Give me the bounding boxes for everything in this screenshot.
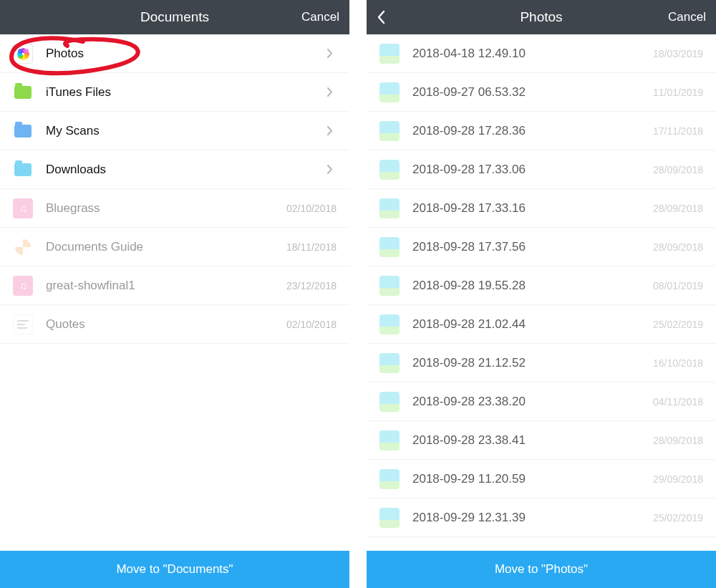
folder-list: PhotosiTunes FilesMy ScansDownloads♫Blue… bbox=[0, 34, 349, 551]
list-item-date: 02/10/2018 bbox=[286, 319, 337, 330]
image-thumbnail-icon bbox=[379, 198, 400, 218]
list-item-label: 2018-09-28 17.37.56 bbox=[412, 240, 653, 254]
list-item-label: 2018-09-28 17.33.06 bbox=[412, 163, 653, 177]
chevron-right-icon bbox=[326, 48, 337, 59]
header: Photos Cancel bbox=[367, 0, 716, 34]
list-item-label: 2018-04-18 12.49.10 bbox=[412, 47, 653, 61]
list-item: 2018-09-28 17.33.1628/09/2018 bbox=[367, 189, 716, 228]
list-item: 2018-09-28 17.28.3617/11/2018 bbox=[367, 112, 716, 150]
list-item-date: 11/01/2019 bbox=[653, 87, 703, 98]
back-button[interactable] bbox=[377, 10, 400, 24]
list-item: 2018-09-28 21.12.5216/10/2018 bbox=[367, 344, 716, 382]
list-item-label: Quotes bbox=[46, 317, 286, 332]
list-item-label: great-showfinal1 bbox=[46, 279, 286, 293]
image-thumbnail-icon bbox=[379, 276, 400, 296]
list-item-date: 18/03/2019 bbox=[653, 48, 703, 59]
photos-app-icon bbox=[13, 44, 33, 64]
page-title: Photos bbox=[520, 9, 562, 25]
music-icon: ♫ bbox=[13, 198, 33, 218]
image-thumbnail-icon bbox=[379, 392, 400, 412]
music-icon: ♫ bbox=[13, 276, 33, 296]
list-item: 2018-09-29 12.31.3925/02/2019 bbox=[367, 498, 716, 537]
image-thumbnail-icon bbox=[379, 82, 400, 102]
list-item-label: 2018-09-29 12.31.39 bbox=[412, 511, 653, 525]
image-thumbnail-icon bbox=[379, 237, 400, 257]
list-item[interactable]: My Scans bbox=[0, 112, 349, 150]
image-thumbnail-icon bbox=[379, 353, 400, 373]
list-item-date: 29/09/2018 bbox=[653, 473, 703, 485]
list-item-label: 2018-09-28 23.38.41 bbox=[412, 433, 653, 448]
image-thumbnail-icon bbox=[379, 121, 400, 141]
list-item: 2018-09-28 23.38.4128/09/2018 bbox=[367, 421, 716, 460]
list-item-date: 18/11/2018 bbox=[286, 241, 337, 253]
chevron-left-icon bbox=[377, 10, 385, 24]
screen-documents: Documents Cancel PhotosiTunes FilesMy Sc… bbox=[0, 0, 349, 588]
list-item-date: 23/12/2018 bbox=[286, 280, 337, 291]
image-thumbnail-icon bbox=[379, 469, 400, 489]
list-item-date: 04/11/2018 bbox=[653, 396, 703, 408]
image-thumbnail-icon bbox=[379, 44, 400, 64]
folder-icon bbox=[13, 160, 33, 180]
list-item-label: Bluegrass bbox=[46, 201, 286, 216]
list-item-date: 28/09/2018 bbox=[653, 435, 703, 446]
list-item: Documents Guide18/11/2018 bbox=[0, 228, 349, 266]
list-item: 2018-09-28 23.38.2004/11/2018 bbox=[367, 382, 716, 421]
list-item-date: 16/10/2018 bbox=[653, 357, 703, 369]
chevron-right-icon bbox=[326, 125, 337, 136]
list-item-date: 25/02/2019 bbox=[653, 512, 703, 524]
list-item-date: 17/11/2018 bbox=[653, 125, 703, 137]
list-item-label: iTunes Files bbox=[46, 85, 321, 100]
list-item: 2018-09-29 11.20.5929/09/2018 bbox=[367, 460, 716, 498]
list-item-date: 25/02/2019 bbox=[653, 319, 703, 330]
list-item: 2018-09-27 06.53.3211/01/2019 bbox=[367, 73, 716, 112]
header: Documents Cancel bbox=[0, 0, 349, 34]
list-item-label: 2018-09-28 21.02.44 bbox=[412, 317, 653, 332]
screen-photos: Photos Cancel 2018-04-18 12.49.1018/03/2… bbox=[367, 0, 716, 588]
list-item: 2018-09-28 19.55.2808/01/2019 bbox=[367, 266, 716, 305]
move-to-button[interactable]: Move to "Documents" bbox=[0, 551, 349, 588]
list-item-label: 2018-09-28 17.33.16 bbox=[412, 201, 653, 216]
list-item[interactable]: Photos bbox=[0, 34, 349, 73]
move-to-button[interactable]: Move to "Photos" bbox=[367, 551, 716, 588]
list-item-date: 28/09/2018 bbox=[653, 164, 703, 175]
image-thumbnail-icon bbox=[379, 160, 400, 180]
list-item-label: 2018-09-28 17.28.36 bbox=[412, 124, 653, 138]
list-item: 2018-04-18 12.49.1018/03/2019 bbox=[367, 34, 716, 73]
list-item-date: 02/10/2018 bbox=[286, 203, 337, 214]
list-item-date: 28/09/2018 bbox=[653, 241, 703, 253]
list-item-label: Photos bbox=[46, 47, 321, 61]
image-thumbnail-icon bbox=[379, 314, 400, 334]
photo-list: 2018-04-18 12.49.1018/03/20192018-09-27 … bbox=[367, 34, 716, 551]
list-item-label: My Scans bbox=[46, 124, 321, 138]
chevron-right-icon bbox=[326, 87, 337, 97]
list-item-label: 2018-09-28 19.55.28 bbox=[412, 279, 653, 293]
cancel-button[interactable]: Cancel bbox=[668, 10, 706, 24]
list-item-label: 2018-09-29 11.20.59 bbox=[412, 472, 653, 486]
help-icon bbox=[13, 237, 33, 257]
folder-icon bbox=[13, 121, 33, 141]
image-thumbnail-icon bbox=[379, 430, 400, 450]
page-title: Documents bbox=[140, 9, 209, 25]
list-item: ♫Bluegrass02/10/2018 bbox=[0, 189, 349, 228]
chevron-right-icon bbox=[326, 164, 337, 175]
image-thumbnail-icon bbox=[379, 508, 400, 528]
list-item: Quotes02/10/2018 bbox=[0, 305, 349, 344]
list-item-date: 28/09/2018 bbox=[653, 203, 703, 214]
list-item-label: 2018-09-27 06.53.32 bbox=[412, 85, 653, 100]
list-item[interactable]: iTunes Files bbox=[0, 73, 349, 112]
list-item-label: Documents Guide bbox=[46, 240, 286, 254]
list-item: 2018-09-28 17.37.5628/09/2018 bbox=[367, 228, 716, 266]
folder-icon bbox=[13, 82, 33, 102]
list-item: ♫great-showfinal123/12/2018 bbox=[0, 266, 349, 305]
text-file-icon bbox=[13, 314, 33, 334]
list-item: 2018-09-28 17.33.0628/09/2018 bbox=[367, 150, 716, 189]
list-item: 2018-09-28 21.02.4425/02/2019 bbox=[367, 305, 716, 344]
list-item[interactable]: Downloads bbox=[0, 150, 349, 189]
list-item-label: Downloads bbox=[46, 163, 321, 177]
list-item-label: 2018-09-28 21.12.52 bbox=[412, 356, 653, 370]
cancel-button[interactable]: Cancel bbox=[301, 10, 339, 24]
list-item-date: 08/01/2019 bbox=[653, 280, 703, 291]
list-item-label: 2018-09-28 23.38.20 bbox=[412, 395, 653, 409]
